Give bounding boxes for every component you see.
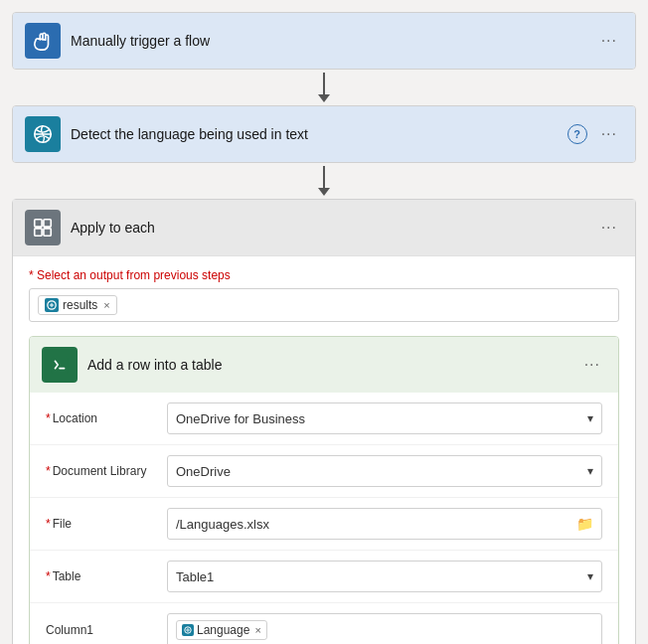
language-token-label: Language — [197, 623, 249, 637]
svg-rect-4 — [44, 229, 51, 236]
apply-each-card: Apply to each ··· * Select an output fro… — [12, 199, 636, 644]
apply-each-title: Apply to each — [71, 220, 585, 236]
add-row-menu-button[interactable]: ··· — [578, 354, 606, 376]
flow-canvas: Manually trigger a flow ··· Detect the l… — [12, 12, 636, 644]
svg-rect-1 — [35, 220, 42, 227]
svg-rect-2 — [44, 220, 51, 227]
file-label: *File — [46, 517, 155, 531]
language-token: Language × — [176, 620, 267, 640]
results-token-remove[interactable]: × — [103, 299, 109, 311]
apply-icon-box — [25, 210, 61, 245]
detect-help-button[interactable]: ? — [567, 124, 587, 144]
detect-menu-button[interactable]: ··· — [595, 123, 623, 145]
detect-card: Detect the language being used in text ?… — [12, 105, 636, 163]
table-dropdown[interactable]: Table1 ▾ — [167, 561, 602, 592]
results-token: results × — [38, 295, 117, 315]
results-token-label: results — [63, 298, 97, 312]
trigger-card: Manually trigger a flow ··· — [12, 12, 636, 70]
add-row-title: Add a row into a table — [87, 357, 568, 373]
library-value: OneDrive — [176, 464, 231, 479]
column1-label: Column1 — [46, 623, 155, 637]
arrow-line-2 — [323, 166, 325, 188]
arrow-down-1 — [318, 73, 330, 102]
form-row-column1: Column1 Language — [30, 603, 618, 644]
form-row-library: *Document Library OneDrive ▾ — [30, 445, 618, 498]
detect-actions: ? ··· — [567, 123, 623, 145]
library-arrow-icon: ▾ — [587, 464, 593, 478]
detect-icon-box — [25, 116, 61, 152]
trigger-menu-button[interactable]: ··· — [595, 30, 623, 52]
trigger-icon-box — [25, 23, 61, 59]
file-required: * — [46, 517, 51, 531]
table-arrow-icon: ▾ — [587, 569, 593, 583]
column1-input[interactable]: Language × — [167, 613, 602, 644]
detect-card-header: Detect the language being used in text ?… — [13, 106, 635, 162]
svg-rect-6 — [52, 357, 69, 374]
apply-actions: ··· — [595, 217, 623, 239]
trigger-card-header: Manually trigger a flow ··· — [13, 13, 635, 69]
select-output-input[interactable]: results × — [29, 288, 619, 322]
form-row-location: *Location OneDrive for Business ▾ — [30, 393, 618, 445]
language-token-remove[interactable]: × — [254, 624, 260, 636]
excel-icon — [49, 354, 71, 376]
results-icon — [47, 300, 57, 310]
svg-rect-3 — [35, 229, 42, 236]
location-label-text: Location — [53, 411, 97, 425]
detect-title: Detect the language being used in text — [71, 126, 558, 142]
results-token-icon — [45, 298, 59, 312]
excel-icon-box — [42, 347, 78, 383]
apply-menu-button[interactable]: ··· — [595, 217, 623, 239]
trigger-actions: ··· — [595, 30, 623, 52]
select-output-label: * Select an output from previous steps — [29, 268, 619, 282]
apply-each-header: Apply to each ··· — [13, 200, 635, 255]
file-browse-icon[interactable]: 📁 — [576, 516, 593, 532]
arrow-head-2 — [318, 188, 330, 196]
loop-icon — [32, 217, 54, 239]
library-label: *Document Library — [46, 464, 155, 478]
arrow-down-2 — [318, 166, 330, 196]
library-dropdown[interactable]: OneDrive ▾ — [167, 455, 602, 487]
add-row-card: Add a row into a table ··· *Location One… — [29, 336, 619, 644]
location-required: * — [46, 411, 51, 425]
arrow-1 — [318, 70, 330, 105]
apply-each-body: * Select an output from previous steps r… — [13, 255, 635, 644]
arrow-head-1 — [318, 94, 330, 102]
add-row-form: *Location OneDrive for Business ▾ *Docum… — [30, 393, 618, 644]
language-flow-icon — [184, 626, 192, 634]
hand-icon — [32, 30, 54, 52]
location-dropdown[interactable]: OneDrive for Business ▾ — [167, 402, 602, 434]
column1-label-text: Column1 — [46, 623, 93, 637]
trigger-title: Manually trigger a flow — [71, 33, 585, 49]
table-label: *Table — [46, 569, 155, 583]
arrow-2 — [318, 163, 330, 199]
location-label: *Location — [46, 411, 155, 425]
table-label-text: Table — [53, 569, 81, 583]
add-row-header: Add a row into a table ··· — [30, 337, 618, 393]
add-row-actions: ··· — [578, 354, 606, 376]
location-arrow-icon: ▾ — [587, 411, 593, 425]
library-label-text: Document Library — [53, 464, 147, 478]
table-required: * — [46, 569, 51, 583]
language-token-icon — [182, 624, 194, 636]
table-value: Table1 — [176, 569, 214, 584]
language-icon — [32, 123, 54, 145]
form-row-file: *File /Languages.xlsx 📁 — [30, 498, 618, 551]
file-value: /Languages.xlsx — [176, 517, 269, 532]
file-label-text: File — [53, 517, 72, 531]
arrow-line-1 — [323, 73, 325, 94]
form-row-table: *Table Table1 ▾ — [30, 551, 618, 603]
file-input[interactable]: /Languages.xlsx 📁 — [167, 508, 602, 540]
library-required: * — [46, 464, 51, 478]
location-value: OneDrive for Business — [176, 411, 305, 426]
